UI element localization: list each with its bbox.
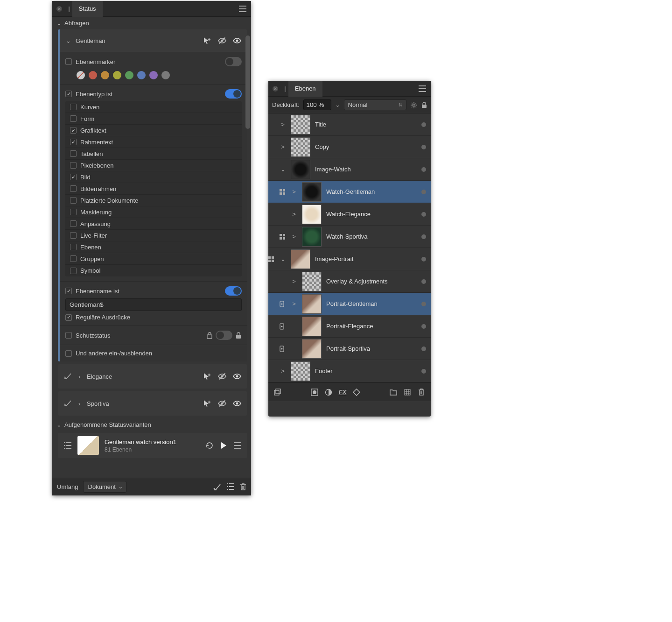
apply-icon[interactable] xyxy=(213,483,221,491)
layer-row[interactable]: >Portrait-Gentleman xyxy=(268,293,431,315)
type-item[interactable]: Maskierung xyxy=(65,206,242,218)
grip-icon[interactable]: || xyxy=(68,5,70,12)
visibility-dot[interactable] xyxy=(421,324,426,329)
type-item[interactable]: Form xyxy=(65,113,242,125)
expand-icon[interactable]: ⌄ xyxy=(280,166,286,173)
regex-check[interactable] xyxy=(65,314,72,321)
layer-row[interactable]: ⌄Image-Watch xyxy=(268,158,431,181)
expand-icon[interactable]: > xyxy=(280,121,286,128)
type-item[interactable]: Ebenen xyxy=(65,241,242,253)
grip-icon[interactable]: || xyxy=(284,85,286,92)
lock-icon[interactable] xyxy=(235,332,242,339)
type-item[interactable]: Anpassung xyxy=(65,218,242,230)
color-swatch[interactable] xyxy=(113,71,121,79)
pointer-plus-icon[interactable] xyxy=(203,399,212,408)
query-header[interactable]: ⌄ Gentleman xyxy=(60,29,247,52)
ebenentyp-check[interactable] xyxy=(65,91,72,97)
type-item[interactable]: Pixelebenen xyxy=(65,160,242,171)
type-item[interactable]: Kurven xyxy=(65,101,242,113)
adjustment-icon[interactable] xyxy=(324,388,333,397)
pointer-plus-icon[interactable] xyxy=(203,36,212,45)
expand-icon[interactable]: > xyxy=(291,233,297,240)
close-icon[interactable] xyxy=(271,85,280,93)
visibility-dot[interactable] xyxy=(421,122,426,127)
type-check[interactable] xyxy=(70,197,77,204)
type-check[interactable] xyxy=(70,139,77,145)
color-swatch[interactable] xyxy=(77,71,85,79)
type-item[interactable]: Live-Filter xyxy=(65,230,242,241)
unlock-icon[interactable] xyxy=(206,332,213,339)
opacity-input[interactable] xyxy=(303,99,331,110)
layer-row[interactable]: >Overlay & Adjustments xyxy=(268,270,431,293)
ebenenmarker-check[interactable] xyxy=(65,58,72,65)
visibility-off-icon[interactable] xyxy=(217,399,227,408)
type-check[interactable] xyxy=(70,268,77,274)
type-item[interactable]: Tabellen xyxy=(65,148,242,160)
visibility-dot[interactable] xyxy=(421,145,426,149)
type-check[interactable] xyxy=(70,127,77,134)
type-item[interactable]: Symbol xyxy=(65,265,242,276)
layer-row[interactable]: >Copy xyxy=(268,136,431,158)
color-swatch[interactable] xyxy=(125,71,133,79)
scrollbar[interactable] xyxy=(245,35,250,129)
blend-mode-select[interactable]: Normal ⇅ xyxy=(344,99,406,110)
visibility-on-icon[interactable] xyxy=(232,372,242,381)
type-check[interactable] xyxy=(70,150,77,157)
apply-icon[interactable] xyxy=(63,399,72,408)
list-icon[interactable] xyxy=(227,483,234,491)
layer-row[interactable]: ⌄Image-Portrait xyxy=(268,248,431,270)
fx-icon[interactable]: FX xyxy=(338,388,347,397)
type-item[interactable]: Grafiktext xyxy=(65,125,242,136)
close-icon[interactable] xyxy=(55,5,63,13)
type-check[interactable] xyxy=(70,174,77,180)
name-pattern-input[interactable] xyxy=(65,298,242,311)
grid-icon[interactable] xyxy=(403,388,412,397)
expand-icon[interactable]: ⌄ xyxy=(280,255,286,262)
schutzstatus-toggle[interactable] xyxy=(216,331,232,340)
visibility-dot[interactable] xyxy=(421,234,426,239)
query-elegance[interactable]: › Elegance xyxy=(58,364,247,389)
list-icon[interactable] xyxy=(63,441,72,450)
type-check[interactable] xyxy=(70,162,77,169)
ebenenmarker-toggle[interactable] xyxy=(225,57,242,66)
layer-row[interactable]: >Title xyxy=(268,113,431,136)
layer-row[interactable]: >Footer xyxy=(268,360,431,382)
type-check[interactable] xyxy=(70,115,77,122)
type-item[interactable]: Bild xyxy=(65,171,242,183)
color-swatch[interactable] xyxy=(89,71,97,79)
visibility-off-icon[interactable] xyxy=(217,372,227,381)
ebenenname-check[interactable] xyxy=(65,288,72,294)
visibility-dot[interactable] xyxy=(421,369,426,374)
reset-icon[interactable] xyxy=(205,441,214,450)
layer-row[interactable]: >Watch-Elegance xyxy=(268,203,431,226)
visibility-dot[interactable] xyxy=(421,279,426,284)
expand-icon[interactable]: > xyxy=(291,278,297,285)
layer-row[interactable]: Portrait-Elegance xyxy=(268,315,431,338)
visibility-dot[interactable] xyxy=(421,346,426,351)
opacity-dropdown-icon[interactable]: ⌄ xyxy=(335,101,340,108)
query-sportiva[interactable]: › Sportiva xyxy=(58,391,247,416)
visibility-off-icon[interactable] xyxy=(217,36,227,45)
expand-icon[interactable]: > xyxy=(291,211,297,218)
type-check[interactable] xyxy=(70,232,77,239)
andere-check[interactable] xyxy=(65,350,72,357)
expand-icon[interactable]: > xyxy=(291,300,297,307)
type-item[interactable]: Bilderrahmen xyxy=(65,183,242,195)
gear-icon[interactable] xyxy=(410,101,418,109)
visibility-dot[interactable] xyxy=(421,212,426,217)
scope-select[interactable]: Dokument xyxy=(83,481,126,493)
layer-row[interactable]: Portrait-Sportiva xyxy=(268,338,431,360)
pointer-plus-icon[interactable] xyxy=(203,372,212,381)
type-item[interactable]: Rahmentext xyxy=(65,136,242,148)
layer-row[interactable]: >Watch-Sportiva xyxy=(268,226,431,248)
crop-icon[interactable] xyxy=(352,388,361,397)
type-check[interactable] xyxy=(70,220,77,227)
type-check[interactable] xyxy=(70,209,77,215)
mask-square-icon[interactable] xyxy=(310,388,319,397)
tab-status[interactable]: Status xyxy=(72,1,103,17)
ebenentyp-toggle[interactable] xyxy=(225,89,242,99)
abfragen-section[interactable]: ⌄ Abfragen xyxy=(52,17,251,29)
type-check[interactable] xyxy=(70,244,77,250)
schutzstatus-check[interactable] xyxy=(65,332,72,339)
visibility-on-icon[interactable] xyxy=(232,399,242,408)
